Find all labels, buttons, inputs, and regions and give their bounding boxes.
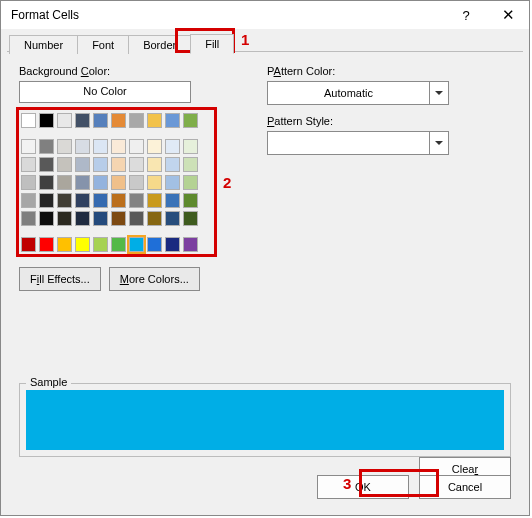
color-swatch[interactable] [21, 139, 36, 154]
color-swatch[interactable] [129, 237, 144, 252]
color-swatch[interactable] [93, 193, 108, 208]
pattern-style-combo[interactable] [267, 131, 449, 155]
color-swatch[interactable] [75, 237, 90, 252]
color-swatch[interactable] [183, 237, 198, 252]
color-swatch[interactable] [75, 113, 90, 128]
color-swatch[interactable] [129, 139, 144, 154]
cancel-button[interactable]: Cancel [419, 475, 511, 499]
color-swatch[interactable] [111, 157, 126, 172]
close-button[interactable]: ✕ [487, 1, 529, 29]
color-swatch[interactable] [129, 211, 144, 226]
dialog-buttons: OK Cancel [317, 475, 511, 499]
color-swatch[interactable] [183, 139, 198, 154]
color-swatch[interactable] [129, 113, 144, 128]
color-swatch[interactable] [57, 175, 72, 190]
color-swatch[interactable] [147, 237, 162, 252]
chevron-down-icon [429, 82, 448, 104]
color-swatch[interactable] [183, 193, 198, 208]
color-swatch[interactable] [183, 175, 198, 190]
color-swatch[interactable] [21, 211, 36, 226]
no-color-button[interactable]: No Color [19, 81, 191, 103]
color-swatch[interactable] [111, 211, 126, 226]
color-swatch[interactable] [93, 237, 108, 252]
titlebar: Format Cells ? ✕ [1, 1, 529, 30]
color-swatch[interactable] [147, 113, 162, 128]
color-swatch[interactable] [147, 139, 162, 154]
color-swatch[interactable] [57, 113, 72, 128]
color-swatch[interactable] [39, 139, 54, 154]
color-swatch[interactable] [75, 139, 90, 154]
pattern-color-label: PAttern Color: [267, 65, 497, 77]
color-swatch[interactable] [39, 211, 54, 226]
tab-fill[interactable]: Fill [190, 34, 234, 54]
color-swatch[interactable] [75, 211, 90, 226]
color-swatch[interactable] [39, 157, 54, 172]
color-palette [19, 111, 209, 253]
tab-content-fill: Background Color: No Color Fill Effects.… [7, 53, 523, 509]
dialog-body: NumberFontBorderFill Background Color: N… [1, 29, 529, 515]
more-colors-button[interactable]: More Colors... [109, 267, 200, 291]
color-swatch[interactable] [39, 193, 54, 208]
color-swatch[interactable] [111, 175, 126, 190]
tab-number[interactable]: Number [9, 35, 78, 54]
pattern-color-value: Automatic [268, 87, 429, 99]
color-swatch[interactable] [165, 237, 180, 252]
color-swatch[interactable] [111, 237, 126, 252]
color-swatch[interactable] [165, 193, 180, 208]
color-swatch[interactable] [165, 113, 180, 128]
color-swatch[interactable] [93, 175, 108, 190]
color-swatch[interactable] [39, 237, 54, 252]
background-color-label: Background Color: [19, 65, 239, 77]
tab-strip: NumberFontBorderFill [1, 31, 529, 53]
color-swatch[interactable] [57, 211, 72, 226]
right-column: PAttern Color: Automatic Pattern Style: [267, 65, 497, 155]
color-swatch[interactable] [75, 193, 90, 208]
color-swatch[interactable] [129, 175, 144, 190]
color-swatch[interactable] [129, 193, 144, 208]
color-swatch[interactable] [165, 139, 180, 154]
color-swatch[interactable] [165, 175, 180, 190]
color-swatch[interactable] [147, 157, 162, 172]
color-swatch[interactable] [39, 113, 54, 128]
color-swatch[interactable] [21, 113, 36, 128]
color-swatch[interactable] [111, 113, 126, 128]
help-button[interactable]: ? [445, 1, 487, 29]
color-swatch[interactable] [93, 113, 108, 128]
chevron-down-icon [429, 132, 448, 154]
color-swatch[interactable] [75, 175, 90, 190]
ok-button[interactable]: OK [317, 475, 409, 499]
color-swatch[interactable] [183, 211, 198, 226]
color-swatch[interactable] [165, 211, 180, 226]
tab-border[interactable]: Border [128, 35, 191, 54]
fill-effects-button[interactable]: Fill Effects... [19, 267, 101, 291]
color-swatch[interactable] [93, 139, 108, 154]
color-swatch[interactable] [93, 211, 108, 226]
color-swatch[interactable] [75, 157, 90, 172]
tab-font[interactable]: Font [77, 35, 129, 54]
color-swatch[interactable] [57, 157, 72, 172]
pattern-color-combo[interactable]: Automatic [267, 81, 449, 105]
color-swatch[interactable] [147, 175, 162, 190]
color-swatch[interactable] [57, 237, 72, 252]
format-cells-dialog: Format Cells ? ✕ NumberFontBorderFill Ba… [0, 0, 530, 516]
color-swatch[interactable] [183, 113, 198, 128]
color-swatch[interactable] [129, 157, 144, 172]
color-swatch[interactable] [21, 175, 36, 190]
color-swatch[interactable] [93, 157, 108, 172]
sample-groupbox: Sample [19, 383, 511, 457]
color-swatch[interactable] [111, 193, 126, 208]
color-swatch[interactable] [39, 175, 54, 190]
color-swatch[interactable] [21, 157, 36, 172]
color-swatch[interactable] [111, 139, 126, 154]
left-column: Background Color: No Color Fill Effects.… [19, 65, 239, 291]
color-swatch[interactable] [21, 237, 36, 252]
sample-preview [26, 390, 504, 450]
color-swatch[interactable] [147, 193, 162, 208]
color-swatch[interactable] [183, 157, 198, 172]
color-swatch[interactable] [147, 211, 162, 226]
color-swatch[interactable] [165, 157, 180, 172]
color-swatch[interactable] [57, 193, 72, 208]
color-swatch[interactable] [21, 193, 36, 208]
color-swatch[interactable] [57, 139, 72, 154]
pattern-style-label: Pattern Style: [267, 115, 497, 127]
